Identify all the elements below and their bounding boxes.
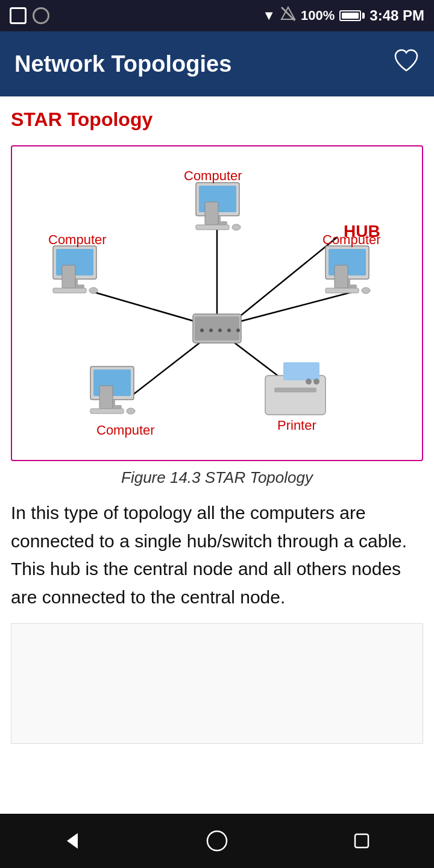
app-bar: Network Topologies	[0, 31, 434, 96]
battery-icon	[339, 10, 365, 21]
svg-rect-51	[274, 388, 316, 392]
svg-text:Printer: Printer	[277, 418, 316, 433]
svg-rect-30	[53, 288, 86, 293]
svg-point-11	[200, 329, 204, 332]
svg-point-15	[236, 329, 240, 332]
status-square-icon	[10, 7, 27, 24]
svg-rect-57	[355, 834, 368, 848]
recent-button[interactable]	[338, 817, 386, 865]
bottom-navigation	[0, 814, 434, 868]
svg-point-13	[218, 329, 222, 332]
svg-rect-37	[335, 265, 348, 288]
svg-rect-38	[326, 288, 359, 293]
signal-icon	[280, 6, 296, 25]
status-circle-icon	[33, 7, 49, 24]
status-bar-left	[10, 7, 49, 24]
svg-line-1	[281, 7, 295, 20]
battery-percent: 100%	[301, 8, 335, 24]
svg-point-12	[209, 329, 213, 332]
svg-text:Computer: Computer	[322, 232, 381, 247]
svg-point-31	[89, 288, 98, 294]
svg-rect-21	[205, 202, 218, 225]
time-display: 3:48 PM	[370, 7, 424, 24]
svg-rect-10	[195, 316, 239, 341]
description-text: In this type of topology all the compute…	[11, 499, 423, 611]
svg-rect-22	[196, 225, 229, 230]
wifi-icon: ▼	[262, 8, 275, 24]
svg-point-14	[227, 329, 231, 332]
svg-point-39	[362, 288, 370, 294]
svg-text:Computer: Computer	[184, 168, 242, 183]
back-button[interactable]	[48, 817, 96, 865]
home-button[interactable]	[193, 817, 241, 865]
svg-point-56	[207, 831, 227, 851]
favorite-button[interactable]	[393, 48, 420, 80]
svg-point-53	[306, 379, 312, 385]
svg-rect-46	[90, 409, 124, 414]
figure-caption: Figure 14.3 STAR Topology	[11, 468, 423, 487]
svg-marker-55	[67, 833, 78, 849]
svg-rect-45	[99, 386, 113, 409]
svg-point-23	[232, 224, 241, 230]
svg-point-52	[313, 379, 319, 385]
svg-point-47	[127, 408, 135, 414]
section-title: STAR Topology	[11, 108, 423, 131]
svg-rect-50	[283, 362, 319, 380]
main-content: STAR Topology	[0, 96, 434, 744]
star-topology-diagram: HUB Computer	[18, 153, 416, 454]
status-bar-right: ▼ 100% 3:48 PM	[262, 6, 424, 25]
svg-text:Computer: Computer	[96, 423, 155, 438]
status-bar: ▼ 100% 3:48 PM	[0, 0, 434, 31]
bottom-content-box	[11, 623, 423, 744]
svg-rect-29	[62, 265, 75, 288]
app-title: Network Topologies	[14, 51, 231, 77]
diagram-container: HUB Computer	[11, 145, 423, 461]
svg-text:Computer: Computer	[48, 232, 107, 247]
